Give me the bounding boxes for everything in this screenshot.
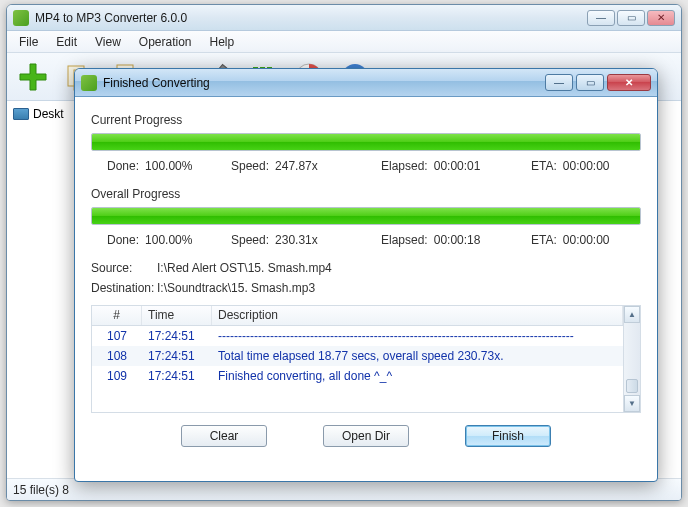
menu-help[interactable]: Help [202, 33, 243, 51]
overall-eta-label: ETA: [531, 233, 557, 247]
dialog-icon [81, 75, 97, 91]
current-eta-value: 00:00:00 [563, 159, 610, 173]
menu-edit[interactable]: Edit [48, 33, 85, 51]
menu-operation[interactable]: Operation [131, 33, 200, 51]
desktop-item[interactable]: Deskt [11, 105, 70, 123]
overall-progress-bar [91, 207, 641, 225]
log-desc: ----------------------------------------… [212, 328, 623, 344]
log-desc: Finished converting, all done ^_^ [212, 368, 623, 384]
log-row[interactable]: 109 17:24:51 Finished converting, all do… [92, 366, 623, 386]
dialog-maximize-button[interactable]: ▭ [576, 74, 604, 91]
clear-button[interactable]: Clear [181, 425, 267, 447]
log-header[interactable]: # Time Description [92, 306, 623, 326]
dialog-title: Finished Converting [103, 76, 545, 90]
log-num: 107 [92, 328, 142, 344]
current-done-value: 100.00% [145, 159, 192, 173]
scroll-thumb[interactable] [626, 379, 638, 393]
menubar: File Edit View Operation Help [7, 31, 681, 53]
current-progress-bar [91, 133, 641, 151]
overall-progress-label: Overall Progress [91, 187, 641, 201]
maximize-button[interactable]: ▭ [617, 10, 645, 26]
overall-elapsed-label: Elapsed: [381, 233, 428, 247]
log-time: 17:24:51 [142, 368, 212, 384]
log-table: # Time Description 107 17:24:51 --------… [91, 305, 641, 413]
log-row[interactable]: 107 17:24:51 ---------------------------… [92, 326, 623, 346]
current-speed-label: Speed: [231, 159, 269, 173]
menu-file[interactable]: File [11, 33, 46, 51]
log-num: 108 [92, 348, 142, 364]
close-button[interactable]: ✕ [647, 10, 675, 26]
log-row[interactable]: 108 17:24:51 Total time elapsed 18.77 se… [92, 346, 623, 366]
current-done-label: Done: [107, 159, 139, 173]
current-eta-label: ETA: [531, 159, 557, 173]
destination-label: Destination: [91, 281, 157, 295]
menu-view[interactable]: View [87, 33, 129, 51]
scroll-up-icon[interactable]: ▲ [624, 306, 640, 323]
log-time: 17:24:51 [142, 328, 212, 344]
dialog-close-button[interactable]: ✕ [607, 74, 651, 91]
progress-dialog: Finished Converting — ▭ ✕ Current Progre… [74, 68, 658, 482]
log-time: 17:24:51 [142, 348, 212, 364]
main-titlebar[interactable]: MP4 to MP3 Converter 6.0.0 — ▭ ✕ [7, 5, 681, 31]
log-header-time[interactable]: Time [142, 306, 212, 325]
monitor-icon [13, 108, 29, 120]
left-panel: Deskt [7, 101, 75, 478]
finish-button[interactable]: Finish [465, 425, 551, 447]
log-header-num[interactable]: # [92, 306, 142, 325]
current-elapsed-value: 00:00:01 [434, 159, 481, 173]
overall-speed-value: 230.31x [275, 233, 318, 247]
overall-speed-label: Speed: [231, 233, 269, 247]
log-num: 109 [92, 368, 142, 384]
current-progress-stats: Done:100.00% Speed:247.87x Elapsed:00:00… [91, 159, 641, 173]
app-icon [13, 10, 29, 26]
desktop-label: Deskt [33, 107, 64, 121]
destination-value: I:\Soundtrack\15. Smash.mp3 [157, 281, 315, 295]
source-label: Source: [91, 261, 157, 275]
log-scrollbar[interactable]: ▲ ▼ [623, 306, 640, 412]
scroll-down-icon[interactable]: ▼ [624, 395, 640, 412]
overall-done-label: Done: [107, 233, 139, 247]
app-title: MP4 to MP3 Converter 6.0.0 [35, 11, 587, 25]
current-speed-value: 247.87x [275, 159, 318, 173]
source-value: I:\Red Alert OST\15. Smash.mp4 [157, 261, 332, 275]
status-text: 15 file(s) 8 [13, 483, 69, 497]
dialog-titlebar[interactable]: Finished Converting — ▭ ✕ [75, 69, 657, 97]
overall-eta-value: 00:00:00 [563, 233, 610, 247]
open-dir-button[interactable]: Open Dir [323, 425, 409, 447]
overall-done-value: 100.00% [145, 233, 192, 247]
minimize-button[interactable]: — [587, 10, 615, 26]
log-desc: Total time elapsed 18.77 secs, overall s… [212, 348, 623, 364]
current-progress-label: Current Progress [91, 113, 641, 127]
dialog-minimize-button[interactable]: — [545, 74, 573, 91]
overall-elapsed-value: 00:00:18 [434, 233, 481, 247]
current-elapsed-label: Elapsed: [381, 159, 428, 173]
add-icon[interactable] [13, 57, 53, 97]
overall-progress-stats: Done:100.00% Speed:230.31x Elapsed:00:00… [91, 233, 641, 247]
log-header-desc[interactable]: Description [212, 306, 623, 325]
